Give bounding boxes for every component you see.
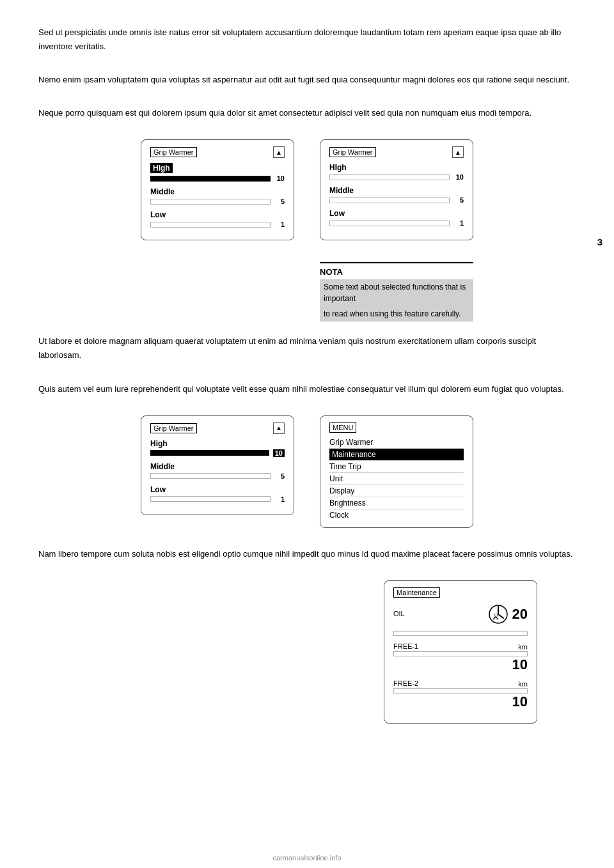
panel-1-header: Grip Warmer ▲ bbox=[150, 146, 285, 158]
panel-3-icon: ▲ bbox=[273, 422, 285, 434]
panel-2-low-row: Low bbox=[329, 209, 464, 218]
panel-3-low-label: Low bbox=[150, 485, 166, 494]
maint-free1-bar-row bbox=[393, 651, 528, 656]
grip-warmer-panel-3: Grip Warmer ▲ High 10 Middle 5 Low bbox=[141, 415, 294, 515]
nota-title: NOTA bbox=[320, 267, 473, 277]
maint-free2-bar bbox=[393, 688, 528, 694]
maint-oil-section: OIL /// 20 bbox=[393, 603, 528, 636]
maint-free2-unit: km bbox=[518, 680, 528, 688]
text-section-6: Nam libero tempore cum soluta nobis est … bbox=[38, 547, 576, 561]
panel-1-high-value: 10 bbox=[274, 174, 285, 182]
maint-free1-value: 10 bbox=[512, 656, 528, 672]
maint-free2-section: FREE-2 km 10 bbox=[393, 679, 528, 710]
panel-3-middle-row: Middle bbox=[150, 462, 285, 471]
panel-2-header: Grip Warmer ▲ bbox=[329, 146, 464, 158]
panel-2-high-label: HIgh bbox=[329, 163, 347, 172]
panel-3-high-bar-track bbox=[150, 450, 269, 456]
nota-container: NOTA Some text about selected functions … bbox=[320, 260, 473, 322]
panel-3-low-bar-track bbox=[150, 496, 271, 502]
panel-3-high-row: High bbox=[150, 439, 285, 448]
panel-1-title: Grip Warmer bbox=[150, 147, 197, 157]
free2-value-row: 10 bbox=[393, 694, 528, 710]
panel-1-middle-bar: 5 bbox=[150, 198, 285, 205]
panel-1-high-row: HIgh bbox=[150, 163, 285, 173]
maint-oil-label: OIL bbox=[393, 610, 405, 617]
panel-3-middle-bar-track bbox=[150, 473, 271, 479]
panel-2-middle-label: Middle bbox=[329, 186, 354, 195]
panel-1-middle-label: Middle bbox=[150, 187, 175, 196]
panel-2-low-bar: 1 bbox=[329, 219, 464, 227]
maint-oil-row: OIL /// 20 bbox=[393, 603, 528, 626]
menu-item-maintenance: Maintenance bbox=[329, 449, 464, 461]
menu-panel: MENU Grip Warmer Maintenance Time Trip U… bbox=[320, 415, 473, 528]
grip-warmer-panel-1: Grip Warmer ▲ HIgh 10 Middle 5 Low bbox=[141, 139, 294, 240]
panel-2-high-bar-track bbox=[329, 174, 450, 180]
panel-1-low-label: Low bbox=[150, 210, 166, 219]
free1-value-row: 10 bbox=[393, 656, 528, 673]
grip-warmer-panel-2: Grip Warmer ▲ HIgh 10 Middle 5 Low bbox=[320, 139, 473, 240]
menu-items-list: Grip Warmer Maintenance Time Trip Unit D… bbox=[329, 437, 464, 521]
panel-2-middle-value: 5 bbox=[453, 196, 464, 204]
nota-text-1: Some text about selected functions that … bbox=[320, 279, 473, 306]
panel-2-low-value: 1 bbox=[453, 219, 464, 227]
panel-1-high-bar-track bbox=[150, 176, 271, 182]
panels-row-2: Grip Warmer ▲ High 10 Middle 5 Low bbox=[38, 415, 576, 528]
text-section-5: Quis autem vel eum iure reprehenderit qu… bbox=[38, 382, 576, 396]
menu-item-brightness: Brightness bbox=[329, 497, 464, 509]
menu-item-time-trip: Time Trip bbox=[329, 461, 464, 473]
maint-oil-value: 20 bbox=[512, 606, 528, 623]
free1-label-row: FREE-1 km bbox=[393, 642, 528, 651]
maint-title: Maintenance bbox=[393, 587, 440, 598]
panel-3-low-row: Low bbox=[150, 485, 285, 494]
panel-1-middle-bar-track bbox=[150, 199, 271, 205]
page-number: 3 bbox=[597, 236, 602, 247]
maint-free1-bar bbox=[393, 651, 528, 656]
panel-1-high-label: HIgh bbox=[150, 163, 173, 173]
maint-free1-label: FREE-1 bbox=[393, 642, 418, 650]
panel-3-low-value: 1 bbox=[274, 495, 285, 503]
nota-text-2: to read when using this feature carefull… bbox=[320, 306, 473, 322]
panel-1-low-row: Low bbox=[150, 210, 285, 219]
text-section-4: Ut labore et dolore magnam aliquam quaer… bbox=[38, 334, 576, 362]
text-section-2: Nemo enim ipsam voluptatem quia voluptas… bbox=[38, 73, 576, 87]
menu-title: MENU bbox=[329, 422, 356, 433]
maintenance-panel: Maintenance OIL /// bbox=[384, 580, 537, 724]
panel-1-low-bar-track bbox=[150, 222, 271, 228]
panel-3-title: Grip Warmer bbox=[150, 423, 197, 433]
text-section-1: Sed ut perspiciatis unde omnis iste natu… bbox=[38, 26, 576, 54]
panel-2-low-bar-track bbox=[329, 221, 450, 226]
panel-1-icon: ▲ bbox=[273, 146, 285, 158]
panels-row-3: Maintenance OIL /// bbox=[38, 580, 537, 724]
maint-free2-value: 10 bbox=[512, 694, 528, 709]
panel-2-high-row: HIgh bbox=[329, 163, 464, 172]
panel-2-middle-bar: 5 bbox=[329, 196, 464, 204]
free2-label-row: FREE-2 km bbox=[393, 679, 528, 688]
maint-oil-bar-row bbox=[393, 631, 528, 636]
nota-spacer bbox=[141, 260, 294, 322]
maint-free1-section: FREE-1 km 10 bbox=[393, 642, 528, 673]
panel-3-header: Grip Warmer ▲ bbox=[150, 422, 285, 434]
panel-3-high-bar: 10 bbox=[150, 449, 285, 457]
panel-2-low-label: Low bbox=[329, 209, 345, 218]
oil-wrench-icon: /// bbox=[487, 603, 510, 626]
panel-1-low-value: 1 bbox=[274, 221, 285, 228]
watermark: carmanualsonline.info bbox=[272, 854, 341, 862]
maint-free2-label: FREE-2 bbox=[393, 679, 418, 687]
panel-3-middle-bar: 5 bbox=[150, 472, 285, 480]
maint-free2-bar-row bbox=[393, 688, 528, 694]
svg-text:///: /// bbox=[494, 612, 498, 618]
panel-3-middle-value: 5 bbox=[274, 472, 285, 480]
menu-item-grip-warmer: Grip Warmer bbox=[329, 437, 464, 449]
panel-2-high-value: 10 bbox=[453, 173, 464, 181]
svg-line-2 bbox=[498, 614, 503, 618]
panel-1-low-bar: 1 bbox=[150, 221, 285, 228]
menu-item-clock: Clock bbox=[329, 509, 464, 521]
panel-2-title: Grip Warmer bbox=[329, 147, 376, 157]
nota-area-row: NOTA Some text about selected functions … bbox=[38, 260, 576, 322]
panel-3-low-bar: 1 bbox=[150, 495, 285, 503]
panel-3-middle-label: Middle bbox=[150, 462, 175, 471]
panels-row-1: Grip Warmer ▲ HIgh 10 Middle 5 Low bbox=[38, 139, 576, 240]
panel-1-middle-row: Middle bbox=[150, 187, 285, 196]
panel-3-high-label: High bbox=[150, 439, 168, 448]
maint-free1-unit: km bbox=[518, 643, 528, 651]
